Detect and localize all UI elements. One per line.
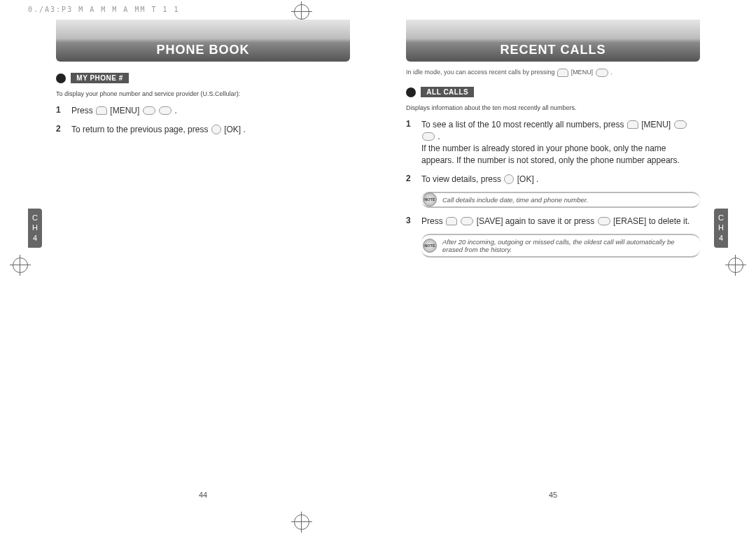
registration-mark-icon (13, 258, 28, 273)
step-number: 2 (56, 123, 71, 134)
page-title: PHONE BOOK (56, 43, 350, 57)
numkey-icon (596, 69, 608, 77)
steps-left: 1 Press [MENU] . 2 To return to the prev… (56, 104, 350, 135)
step-text: . (438, 132, 440, 141)
ok-label: [OK] (224, 125, 241, 134)
page-spread: C H 4 PHONE BOOK MY PHONE # To display y… (28, 20, 728, 506)
erase-label: [ERASE] (613, 216, 646, 226)
softkey-icon (557, 69, 568, 77)
step-body: To view details, press [OK] . (421, 173, 700, 185)
steps-right-cont: 3 Press [SAVE] again to save it or press… (406, 215, 700, 227)
step-number: 2 (406, 173, 421, 184)
softkey-icon (627, 120, 638, 129)
step-text: If the number is already stored in your … (421, 143, 680, 165)
intro-text: In idle mode, you can access recent call… (406, 69, 556, 76)
right-page-header: RECENT CALLS (406, 20, 700, 62)
softkey-icon (96, 106, 107, 115)
step-body: Press [SAVE] again to save it or press [… (421, 215, 700, 227)
step-text: To view details, press (421, 174, 503, 184)
left-page: C H 4 PHONE BOOK MY PHONE # To display y… (28, 20, 378, 506)
note-history-limit: NOTE After 20 incoming, outgoing or miss… (421, 234, 700, 258)
softkey-icon (446, 217, 457, 225)
section-label-pill: ALL CALLS (421, 87, 474, 97)
section-my-phone: MY PHONE # (56, 73, 129, 83)
step-item: 1 Press [MENU] . (56, 104, 350, 116)
registration-mark-icon (294, 514, 309, 530)
step-text: . (243, 125, 245, 134)
numkey-icon (143, 106, 155, 115)
section-all-calls: ALL CALLS (406, 87, 474, 97)
menu-label: [MENU] (110, 106, 139, 115)
step-text: . (174, 106, 176, 115)
step-item: 2 To return to the previous page, press … (56, 123, 350, 135)
step-text: Press (421, 216, 445, 226)
right-page: C H 4 RECENT CALLS In idle mode, you can… (378, 20, 728, 506)
step-text: To return to the previous page, press (71, 125, 211, 134)
step-item: 2 To view details, press [OK] . (406, 173, 700, 185)
registration-mark-icon (294, 4, 309, 20)
intro-text: . (610, 69, 612, 76)
registration-mark-icon (728, 258, 743, 273)
note-text: After 20 incoming, outgoing or missed ca… (442, 238, 675, 253)
step-text: to delete it. (649, 216, 690, 226)
numkey-icon (422, 132, 435, 141)
step-body: To see a list of the 10 most recently al… (421, 118, 700, 166)
section-intro: Displays information about the ten most … (406, 104, 700, 111)
numkey-icon (461, 217, 473, 225)
chapter-tab-left: C H 4 (28, 209, 42, 248)
step-number: 1 (406, 118, 421, 129)
steps-right: 1 To see a list of the 10 most recently … (406, 118, 700, 185)
numkey-icon (598, 217, 610, 225)
menu-label: [MENU] (571, 69, 594, 76)
bullet-icon (406, 87, 416, 97)
note-icon: NOTE (423, 239, 437, 253)
page-number-right: 45 (378, 491, 728, 499)
note-call-details: NOTE Call details include date, time and… (421, 192, 700, 208)
section-label-pill: MY PHONE # (71, 73, 129, 83)
step-text: . (536, 174, 538, 184)
step-text: To see a list of the 10 most recently al… (421, 120, 626, 129)
idle-mode-intro: In idle mode, you can access recent call… (406, 69, 700, 77)
menu-label: [MENU] (641, 120, 671, 129)
page-number-left: 44 (28, 491, 378, 499)
section-intro: To display your phone number and service… (56, 90, 350, 97)
note-icon: NOTE (423, 192, 437, 206)
numkey-icon (159, 106, 172, 115)
step-number: 1 (56, 104, 71, 115)
step-body: To return to the previous page, press [O… (71, 123, 350, 135)
save-label: [SAVE] (477, 216, 503, 226)
step-item: 1 To see a list of the 10 most recently … (406, 118, 700, 166)
step-body: Press [MENU] . (71, 104, 350, 116)
step-number: 3 (406, 215, 421, 226)
page-title: RECENT CALLS (406, 43, 700, 57)
step-text: Press (71, 106, 95, 115)
ok-key-icon (504, 174, 514, 184)
doc-metadata-line: 0./A3:P3 M A M M A MM T 1 1 (28, 6, 728, 13)
note-text: Call details include date, time and phon… (442, 196, 588, 204)
chapter-tab-right: C H 4 (714, 209, 728, 248)
step-text: again to save it or press (505, 216, 597, 226)
left-page-header: PHONE BOOK (56, 20, 350, 62)
ok-key-icon (211, 125, 221, 134)
ok-label: [OK] (517, 174, 534, 184)
numkey-icon (674, 120, 687, 129)
bullet-icon (56, 73, 66, 83)
step-item: 3 Press [SAVE] again to save it or press… (406, 215, 700, 227)
